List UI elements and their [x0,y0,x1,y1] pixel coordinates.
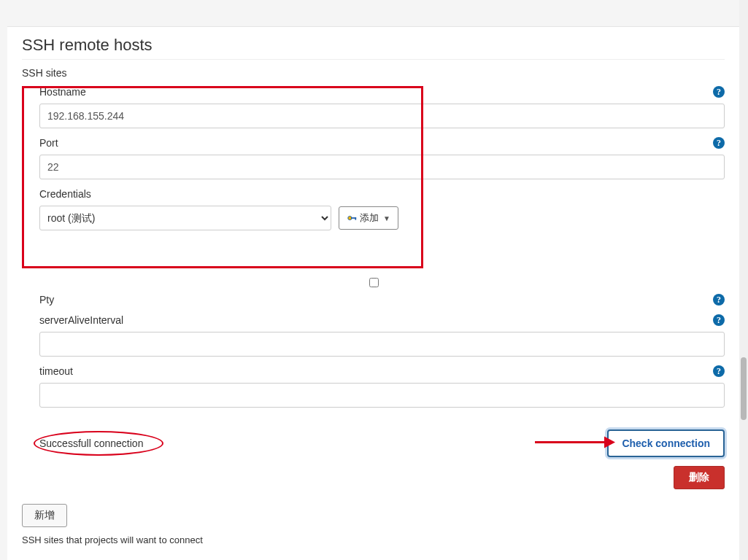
delete-button[interactable]: 删除 [674,466,725,489]
help-icon[interactable] [713,365,725,377]
server-alive-interval-input[interactable] [39,332,725,357]
help-icon[interactable] [713,294,725,306]
pty-label: Pty [39,294,54,306]
check-connection-button[interactable]: Check connection [607,429,725,457]
help-icon[interactable] [713,86,725,98]
connection-status: Successfull connection [39,438,143,449]
annotation-arrow [535,434,615,454]
help-icon[interactable] [713,137,725,149]
help-icon[interactable] [713,314,725,326]
pty-checkbox[interactable] [369,278,379,287]
divider [22,59,725,60]
ssh-config-panel: SSH remote hosts SSH sites Hostname Port [7,26,739,560]
section-title: SSH remote hosts [22,36,725,55]
timeout-label: timeout [39,365,73,377]
highlight-box [22,86,423,268]
ssh-sites-label: SSH sites [22,67,725,79]
scrollbar-thumb[interactable] [741,357,747,420]
page-scrollbar[interactable] [739,0,748,560]
add-new-button[interactable]: 新增 [22,504,67,527]
server-alive-interval-label: serverAliveInterval [39,314,123,326]
timeout-input[interactable] [39,383,725,408]
section-footnote: SSH sites that projects will want to con… [22,534,725,545]
